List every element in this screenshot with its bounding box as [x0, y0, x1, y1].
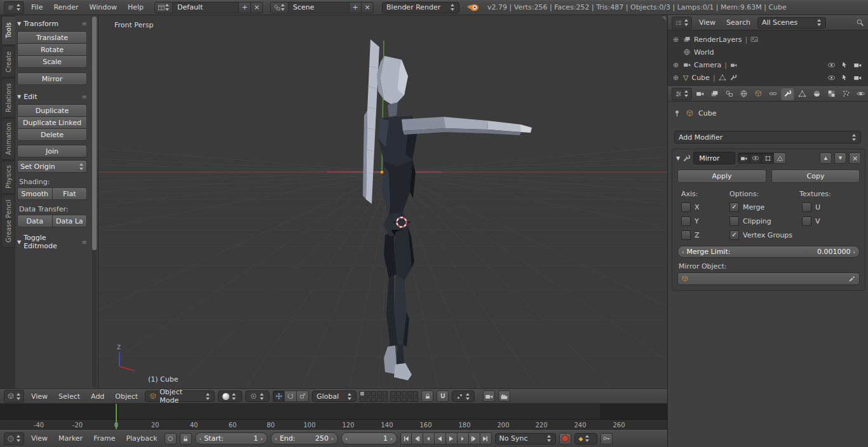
- manipulator-scale-button[interactable]: [297, 390, 309, 402]
- item-label[interactable]: Camera: [694, 61, 721, 69]
- menu-select[interactable]: Select: [55, 392, 84, 401]
- scale-button[interactable]: Scale: [17, 55, 87, 68]
- layer-square[interactable]: [407, 391, 412, 396]
- tab-object-data[interactable]: [796, 87, 809, 100]
- checkbox-axis-z[interactable]: Z: [681, 230, 700, 240]
- layer-square[interactable]: [413, 391, 418, 396]
- panel-header-toggle-editmode[interactable]: ▼ Toggle Editmode ≡: [17, 236, 87, 248]
- snap-toggle-button[interactable]: [437, 390, 449, 402]
- expand-icon[interactable]: ⊕: [672, 61, 680, 69]
- tab-particles[interactable]: [839, 87, 853, 100]
- modifier-realtime-toggle[interactable]: [750, 152, 762, 164]
- modifier-move-down-button[interactable]: ▼: [834, 152, 846, 164]
- layer-square[interactable]: [402, 397, 407, 402]
- shade-smooth-button[interactable]: Smooth: [17, 187, 53, 200]
- checkbox-vertex-groups[interactable]: ✓ Vertex Groups: [729, 230, 792, 240]
- render-engine-select[interactable]: Blender Render: [382, 2, 459, 13]
- duplicate-linked-button[interactable]: Duplicate Linked: [17, 116, 87, 129]
- scene-delete-button[interactable]: ×: [362, 2, 374, 13]
- decrement-arrow-icon[interactable]: ‹: [275, 436, 278, 442]
- layer-square[interactable]: [402, 391, 407, 396]
- auto-keyframe-button[interactable]: [559, 433, 571, 444]
- tab-world[interactable]: [737, 87, 750, 100]
- panel-header-transform[interactable]: ▼ Transform ≡: [17, 18, 87, 29]
- tab-animation[interactable]: Animation: [1, 118, 15, 160]
- layer-square[interactable]: [390, 397, 395, 402]
- tab-tools[interactable]: Tools: [1, 16, 15, 45]
- item-label[interactable]: Cube: [691, 74, 709, 82]
- checkbox-clipping[interactable]: Clipping: [729, 217, 771, 226]
- jump-to-end-button[interactable]: [480, 432, 492, 444]
- snap-element-select[interactable]: [452, 390, 475, 402]
- increment-arrow-icon[interactable]: ›: [853, 249, 855, 255]
- item-label[interactable]: RenderLayers: [694, 36, 742, 44]
- tab-modifiers[interactable]: [781, 87, 794, 100]
- menu-help[interactable]: Help: [124, 3, 147, 11]
- editor-type-button-outliner[interactable]: [672, 17, 692, 29]
- pin-icon[interactable]: [673, 109, 681, 117]
- viewport-shading-select[interactable]: [218, 390, 242, 402]
- modifier-cage-toggle[interactable]: [774, 152, 786, 164]
- prev-keyframe-button[interactable]: [412, 432, 423, 444]
- outliner-item-world[interactable]: World: [672, 46, 865, 58]
- tab-texture[interactable]: [825, 87, 838, 100]
- layer-square[interactable]: [396, 391, 401, 396]
- checkbox[interactable]: [729, 217, 739, 226]
- panel-header-edit[interactable]: ▼ Edit ≡: [17, 91, 87, 102]
- increment-arrow-icon[interactable]: ›: [261, 436, 263, 442]
- mirror-button[interactable]: Mirror: [17, 72, 87, 85]
- mode-select[interactable]: Object Mode: [145, 390, 215, 402]
- set-origin-dropdown[interactable]: Set Origin: [17, 160, 87, 173]
- checkbox-axis-y[interactable]: Y: [681, 217, 699, 226]
- mirror-object-field[interactable]: [677, 272, 860, 285]
- end-frame-field[interactable]: ‹ End: 250 ›: [271, 432, 338, 444]
- eye-icon[interactable]: [827, 61, 836, 69]
- current-frame-field[interactable]: ‹ 1 ›: [341, 432, 397, 444]
- merge-limit-field[interactable]: ‹ Merge Limit: 0.001000 ›: [677, 246, 860, 258]
- checkbox-texture-u[interactable]: U: [802, 203, 820, 212]
- menu-marker[interactable]: Marker: [55, 434, 86, 443]
- current-frame-line[interactable]: [116, 404, 117, 429]
- editor-type-button-info[interactable]: [4, 1, 24, 14]
- checkbox[interactable]: ✓: [729, 203, 739, 212]
- keying-set-select[interactable]: ◆: [574, 433, 597, 444]
- layer-square[interactable]: [390, 391, 395, 396]
- tab-create[interactable]: Create: [1, 46, 15, 77]
- menu-add[interactable]: Add: [87, 392, 108, 401]
- tab-constraints[interactable]: [766, 87, 780, 100]
- image-icon[interactable]: [750, 36, 758, 43]
- checkbox-merge[interactable]: ✓ Merge: [729, 203, 764, 212]
- checkbox-texture-v[interactable]: V: [802, 217, 820, 226]
- tab-physics[interactable]: [854, 87, 867, 100]
- checkbox[interactable]: [681, 230, 691, 240]
- jump-to-start-button[interactable]: [400, 432, 412, 444]
- screen-layout-delete-button[interactable]: ×: [251, 2, 263, 13]
- viewport[interactable]: Z Front Persp (1) Cube: [98, 15, 667, 389]
- scene-name-field[interactable]: Scene: [288, 2, 349, 13]
- increment-arrow-icon[interactable]: ›: [331, 436, 334, 442]
- decrement-arrow-icon[interactable]: ‹: [346, 436, 348, 442]
- menu-object[interactable]: Object: [111, 392, 142, 401]
- next-frame-button[interactable]: [458, 432, 469, 444]
- expand-icon[interactable]: ⊕: [672, 36, 680, 44]
- menu-render[interactable]: Render: [50, 3, 82, 11]
- apply-button[interactable]: Apply: [677, 170, 766, 183]
- prev-frame-button[interactable]: [423, 432, 435, 444]
- tool-shelf-scrollbar[interactable]: [92, 17, 97, 387]
- eyedropper-icon[interactable]: [848, 275, 856, 283]
- screen-layout-add-button[interactable]: +: [239, 2, 251, 13]
- lock-time-button[interactable]: [180, 433, 192, 444]
- expand-icon[interactable]: ⊕: [672, 74, 680, 82]
- scene-add-button[interactable]: +: [349, 2, 362, 13]
- layer-square[interactable]: [371, 391, 376, 396]
- cursor-icon[interactable]: [841, 74, 848, 81]
- scrollbar-thumb[interactable]: [92, 17, 97, 250]
- sync-mode-select[interactable]: No Sync: [495, 433, 556, 444]
- layer-square[interactable]: [360, 391, 365, 396]
- camera-data-icon[interactable]: [730, 62, 737, 69]
- menu-playback[interactable]: Playback: [122, 434, 161, 443]
- tab-scene[interactable]: [722, 87, 736, 100]
- opengl-render-anim-button[interactable]: [498, 390, 510, 402]
- modifier-wrench-icon[interactable]: [729, 74, 737, 81]
- menu-view[interactable]: View: [27, 392, 51, 401]
